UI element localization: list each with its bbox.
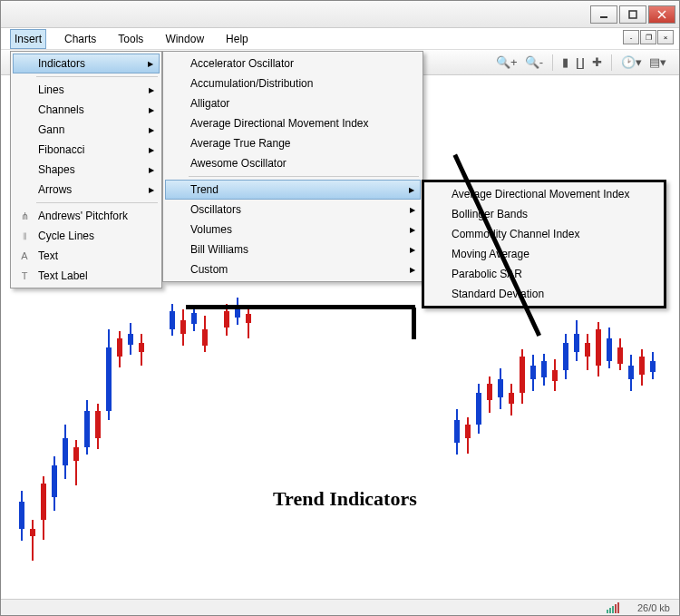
mdi-close-button[interactable]: × (657, 30, 674, 44)
mdi-restore-button[interactable]: ❐ (640, 30, 656, 44)
template-icon[interactable]: ▤▾ (649, 55, 666, 69)
menu-item-custom[interactable]: Custom (165, 259, 421, 279)
mdi-window-controls: - ❐ × (623, 30, 674, 44)
annotation-label: Trend Indicators (273, 487, 417, 511)
menu-item-alligator[interactable]: Alligator (165, 93, 421, 113)
menu-item-adx[interactable]: Average Directional Movement Index (165, 113, 421, 133)
cycle-lines-icon: ⦀ (16, 230, 33, 242)
menu-help[interactable]: Help (222, 30, 252, 48)
bar-chart-icon[interactable]: ▮ (562, 55, 568, 69)
close-button[interactable] (648, 5, 675, 24)
line-chart-icon[interactable]: ✚ (592, 55, 602, 69)
maximize-button[interactable] (619, 5, 646, 24)
menubar: Insert Charts Tools Window Help (1, 28, 679, 50)
window-controls (590, 5, 675, 24)
menu-item-indicators[interactable]: Indicators (13, 54, 160, 73)
text-icon: A (16, 250, 33, 261)
menu-item-cci[interactable]: Commodity Channel Index (426, 224, 662, 244)
menu-window[interactable]: Window (161, 30, 208, 48)
text-label-icon: T (16, 270, 33, 281)
menu-item-text-label[interactable]: TText Label (13, 266, 160, 286)
menu-item-bollinger-bands[interactable]: Bollinger Bands (426, 204, 662, 224)
menu-item-gann[interactable]: Gann (13, 120, 160, 140)
menu-item-oscillators[interactable]: Oscillators (165, 200, 421, 220)
menu-item-accelerator-oscillator[interactable]: Accelerator Oscillator (165, 54, 421, 73)
insert-dropdown-menu: Indicators Lines Channels Gann Fibonacci… (10, 51, 162, 288)
menu-item-arrows[interactable]: Arrows (13, 180, 160, 200)
connection-bars-icon (607, 602, 619, 613)
menu-item-trend[interactable]: Trend (165, 180, 421, 200)
menu-item-standard-deviation[interactable]: Standard Deviation (426, 284, 662, 304)
menu-item-bill-williams[interactable]: Bill Williams (165, 240, 421, 259)
menu-tools[interactable]: Tools (114, 30, 147, 48)
menu-item-accumulation-distribution[interactable]: Accumulation/Distribution (165, 73, 421, 93)
svg-rect-1 (629, 11, 636, 18)
trend-submenu: Average Directional Movement Index Bolli… (422, 180, 666, 308)
indicators-submenu: Accelerator Oscillator Accumulation/Dist… (162, 51, 423, 282)
menu-item-awesome-oscillator[interactable]: Awesome Oscillator (165, 153, 421, 173)
menu-item-shapes[interactable]: Shapes (13, 160, 160, 180)
pitchfork-icon: ⋔ (16, 210, 33, 222)
menu-item-atr[interactable]: Average True Range (165, 133, 421, 153)
statusbar: 26/0 kb (1, 599, 679, 615)
zoom-in-icon[interactable]: 🔍+ (496, 55, 518, 69)
menu-item-trend-adx[interactable]: Average Directional Movement Index (426, 184, 662, 204)
menu-item-volumes[interactable]: Volumes (165, 220, 421, 240)
menu-item-andrews-pitchfork[interactable]: ⋔Andrews' Pitchfork (13, 206, 160, 226)
menu-item-lines[interactable]: Lines (13, 80, 160, 100)
menu-insert[interactable]: Insert (10, 29, 46, 49)
menu-charts[interactable]: Charts (61, 30, 100, 48)
menu-item-channels[interactable]: Channels (13, 100, 160, 120)
menu-item-moving-average[interactable]: Moving Average (426, 244, 662, 264)
menu-item-cycle-lines[interactable]: ⦀Cycle Lines (13, 226, 160, 246)
status-kb: 26/0 kb (637, 602, 670, 613)
mdi-minimize-button[interactable]: - (623, 30, 639, 44)
candle-chart-icon[interactable]: ∐ (576, 55, 585, 69)
menu-item-fibonacci[interactable]: Fibonacci (13, 140, 160, 160)
menu-item-text[interactable]: AText (13, 246, 160, 266)
window-titlebar (1, 1, 679, 28)
menu-item-parabolic-sar[interactable]: Parabolic SAR (426, 264, 662, 284)
zoom-out-icon[interactable]: 🔍- (525, 55, 543, 69)
minimize-button[interactable] (590, 5, 617, 24)
shift-chart-icon[interactable]: 🕑▾ (621, 55, 642, 69)
